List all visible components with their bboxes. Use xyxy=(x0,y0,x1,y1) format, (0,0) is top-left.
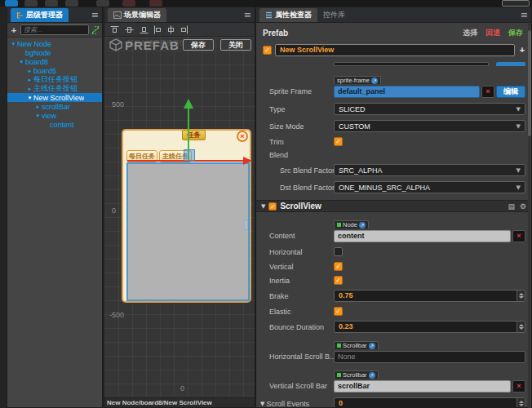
src-blend-value: SRC_ALPHA xyxy=(339,166,383,175)
src-blend-label: Src Blend Factor xyxy=(269,166,334,175)
align-right-icon[interactable] xyxy=(180,25,188,34)
vertical-scrollbar-value[interactable]: scrollBar xyxy=(334,380,511,392)
prefab-header: Prefab 选择 回退 保存 xyxy=(263,27,523,39)
expand-icon[interactable]: ▸ xyxy=(26,68,33,74)
stepper-up-icon[interactable] xyxy=(519,401,524,403)
scrollview-component-header[interactable]: ▼ ✓ ScrollView ▤ ⚙ xyxy=(256,200,531,212)
brake-input[interactable]: 0.75 xyxy=(334,290,525,302)
toolbar-tool[interactable] xyxy=(45,0,58,7)
inspector-scrollbar-thumb[interactable] xyxy=(528,30,531,136)
collapse-icon[interactable]: ▾ xyxy=(10,41,17,47)
prefab-select-button[interactable]: 选择 xyxy=(463,28,477,38)
search-input[interactable] xyxy=(20,24,89,35)
stepper-down-icon[interactable] xyxy=(519,327,524,330)
horizontal-checkbox[interactable] xyxy=(334,247,343,256)
prefab-close-button[interactable]: 关闭 xyxy=(220,39,251,51)
add-icon[interactable]: + xyxy=(518,45,526,55)
collapse-icon[interactable]: ▾ xyxy=(26,95,33,101)
number-stepper[interactable] xyxy=(516,398,525,407)
tree-item-scrollBar[interactable]: ▸scrollBar xyxy=(7,102,102,111)
prefab-save-button[interactable]: 保存 xyxy=(508,28,523,38)
edit-button[interactable]: 编辑 xyxy=(496,86,525,98)
scrollview-viewport[interactable] xyxy=(126,162,250,301)
anchor-handle[interactable] xyxy=(184,149,195,161)
tree-item-主线任务按钮[interactable]: ▸主线任务按钮 xyxy=(7,84,102,93)
src-blend-dropdown[interactable]: SRC_ALPHA ▼ xyxy=(334,164,525,176)
node-name-field[interactable]: New ScrollView xyxy=(275,44,515,56)
toolbar-tool[interactable] xyxy=(65,0,78,7)
type-dropdown[interactable]: SLICED ▼ xyxy=(334,103,525,115)
collapse-icon[interactable]: ▼ xyxy=(261,203,265,210)
external-link-icon[interactable]: ↗ xyxy=(369,372,375,379)
properties-list-icon xyxy=(265,11,273,19)
number-stepper[interactable] xyxy=(516,322,525,332)
stepper-up-icon[interactable] xyxy=(519,293,524,295)
align-bottom-icon[interactable] xyxy=(140,26,149,33)
content-value[interactable]: content xyxy=(334,230,511,242)
stepper-down-icon[interactable] xyxy=(519,404,524,406)
inertia-checkbox[interactable]: ✓ xyxy=(334,276,343,285)
node-type-tag: Node ↗ xyxy=(334,220,369,228)
node-active-checkbox[interactable]: ✓ xyxy=(263,46,272,55)
close-icon[interactable]: × xyxy=(237,131,248,142)
tab-widget-library[interactable]: 控件库 xyxy=(317,8,351,22)
scene-canvas[interactable]: 鼠标右键平移视窗位置 PREFAB 保存 关闭 500 0 -500 0 任务 … xyxy=(104,37,255,400)
number-stepper[interactable] xyxy=(516,290,525,301)
external-link-icon[interactable]: ↗ xyxy=(371,78,378,84)
tab-scene-editor[interactable]: 场景编辑器 xyxy=(108,8,166,22)
tab-properties[interactable]: 属性检查器 xyxy=(259,8,317,22)
inspector-scrollbar[interactable] xyxy=(528,24,531,408)
remove-icon[interactable]: × xyxy=(512,380,525,392)
elastic-checkbox[interactable]: ✓ xyxy=(334,307,343,316)
tab-hierarchy[interactable]: 层级管理器 xyxy=(11,8,69,22)
create-node-button[interactable]: + xyxy=(10,25,18,35)
prefab-save-button[interactable]: 保存 xyxy=(183,39,214,51)
toolbar-tool[interactable] xyxy=(149,0,162,7)
dst-blend-dropdown[interactable]: ONE_MINUS_SRC_ALPHA ▼ xyxy=(334,181,525,193)
toolbar-tool[interactable] xyxy=(96,0,109,7)
scroll-events-input[interactable]: 0 xyxy=(334,397,525,407)
expand-icon[interactable]: ▸ xyxy=(26,77,33,83)
tree-item-bgNode[interactable]: bgNode xyxy=(7,48,102,57)
expand-icon[interactable]: ▸ xyxy=(26,86,33,92)
tree-item-board8[interactable]: ▾board8 xyxy=(7,57,102,66)
tree-item-content[interactable]: content xyxy=(7,120,102,129)
scrollbar-thumb[interactable] xyxy=(245,220,247,230)
align-vcenter-icon[interactable] xyxy=(125,26,134,33)
tree-item-view[interactable]: ▾view xyxy=(7,111,102,120)
panel-menu-icon[interactable]: ≡ xyxy=(521,8,528,22)
remove-icon[interactable]: × xyxy=(481,86,494,98)
bounce-duration-input[interactable]: 0.23 xyxy=(334,321,525,333)
size-mode-dropdown[interactable]: CUSTOM ▼ xyxy=(334,120,525,132)
horizontal-scrollbar-value[interactable]: None xyxy=(334,351,525,363)
stepper-down-icon[interactable] xyxy=(519,296,524,299)
toolbar-tool-active[interactable] xyxy=(5,0,18,7)
help-doc-icon[interactable]: ▤ xyxy=(508,202,515,211)
collapse-icon[interactable]: ▼ xyxy=(260,401,264,407)
link-icon[interactable] xyxy=(91,26,100,34)
panel-menu-icon[interactable]: ≡ xyxy=(91,8,99,22)
tree-item-label: scrollBar xyxy=(42,103,70,111)
toolbar-tool[interactable] xyxy=(24,0,38,7)
collapse-icon[interactable]: ▾ xyxy=(34,113,42,119)
remove-icon[interactable]: × xyxy=(512,230,525,242)
gear-icon[interactable]: ⚙ xyxy=(520,202,526,211)
sprite-frame-value[interactable]: default_panel xyxy=(334,86,480,98)
external-link-icon[interactable]: ↗ xyxy=(369,343,375,349)
chevron-down-icon: ▼ xyxy=(516,167,521,174)
trim-checkbox[interactable]: ✓ xyxy=(334,137,343,146)
align-top-icon[interactable] xyxy=(110,26,119,33)
align-hcenter-icon[interactable] xyxy=(167,25,175,34)
toolbar-tool[interactable] xyxy=(122,0,135,7)
expand-icon[interactable]: ▸ xyxy=(34,104,42,110)
panel-menu-icon[interactable]: ≡ xyxy=(244,8,251,22)
scrollview-enabled-checkbox[interactable]: ✓ xyxy=(268,202,277,211)
align-left-icon[interactable] xyxy=(154,25,162,34)
tree-item-New ScrollView[interactable]: ▾New ScrollView xyxy=(7,93,102,102)
tree-item-New Node[interactable]: ▾New Node xyxy=(7,39,102,48)
external-link-icon[interactable]: ↗ xyxy=(359,222,366,228)
collapse-icon[interactable]: ▾ xyxy=(18,59,25,65)
vertical-checkbox[interactable]: ✓ xyxy=(334,262,343,271)
prefab-revert-button[interactable]: 回退 xyxy=(485,28,500,38)
stepper-up-icon[interactable] xyxy=(519,324,524,326)
